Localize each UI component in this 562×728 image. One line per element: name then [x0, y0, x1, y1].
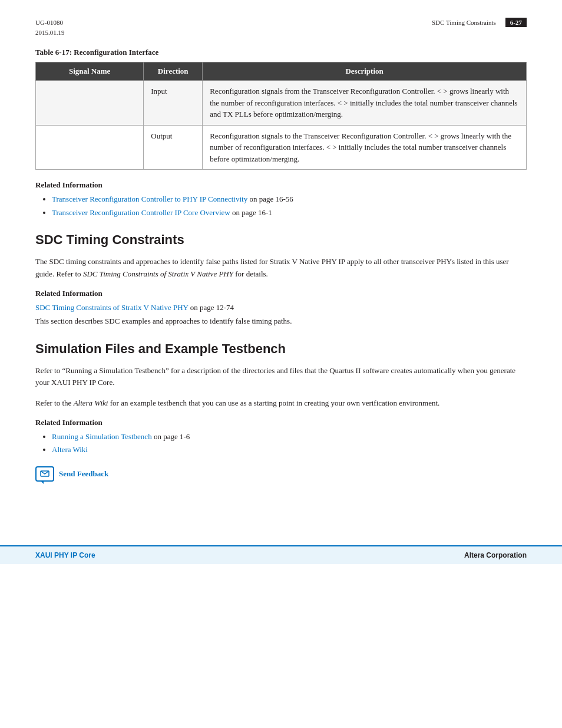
sim-para2-prefix: Refer to the — [35, 398, 71, 407]
link-suffix-2: on page 16-1 — [230, 208, 272, 217]
sdc-link-suffix: on page 12-74 — [188, 303, 234, 312]
table-row: Input Reconfiguration signals from the T… — [36, 81, 527, 126]
sim-link-suffix-1: on page 1-6 — [152, 432, 190, 441]
cell-desc-1: Reconfiguration signals from the Transce… — [203, 81, 527, 126]
chapter-label: SDC Timing Constraints — [432, 19, 496, 26]
sdc-heading: SDC Timing Constraints — [35, 232, 527, 248]
footer-left: XAUI PHY IP Core — [35, 551, 95, 559]
sim-related-title: Related Information — [35, 418, 527, 427]
cell-direction-2: Output — [144, 125, 203, 170]
sdc-description: This section describes SDC examples and … — [35, 315, 527, 327]
link-running-simulation[interactable]: Running a Simulation Testbench — [52, 432, 152, 441]
simulation-heading: Simulation Files and Example Testbench — [35, 341, 527, 357]
related-link-item: Running a Simulation Testbench on page 1… — [52, 431, 527, 443]
page-footer: XAUI PHY IP Core Altera Corporation — [0, 545, 562, 564]
link-altera-wiki[interactable]: Altera Wiki — [52, 445, 88, 454]
sdc-related-info: Related Information SDC Timing Constrain… — [35, 289, 527, 327]
sdc-body: The SDC timing constraints and approache… — [35, 256, 527, 281]
send-feedback-link[interactable]: Send Feedback — [59, 469, 108, 479]
doc-id: UG-01080 — [35, 18, 65, 28]
cell-desc-2: Reconfiguration signals to the Transceiv… — [203, 125, 527, 170]
simulation-para1: Refer to “Running a Simulation Testbench… — [35, 365, 527, 390]
table-row: Output Reconfiguration signals to the Tr… — [36, 125, 527, 170]
feedback-icon — [35, 466, 54, 482]
related-info-1: Related Information Transceiver Reconfig… — [35, 180, 527, 218]
sim-para2-italic: Altera Wiki — [74, 398, 108, 407]
page-number: 6-27 — [505, 18, 527, 27]
reconfiguration-interface-table: Signal Name Direction Description Input … — [35, 62, 527, 170]
related-info-1-title: Related Information — [35, 180, 527, 190]
send-feedback-area: Send Feedback — [35, 466, 527, 517]
section-sdc: SDC Timing Constraints The SDC timing co… — [35, 232, 527, 327]
simulation-para2: Refer to the Altera Wiki for an example … — [35, 397, 527, 410]
related-link-item: Altera Wiki — [52, 444, 527, 456]
related-link-item: Transceiver Reconfiguration Controller I… — [52, 207, 527, 219]
related-link-item: Transceiver Reconfiguration Controller t… — [52, 193, 527, 205]
sdc-related-title: Related Information — [35, 289, 527, 298]
col-description: Description — [203, 62, 527, 81]
link-transceiver-ip-core-overview[interactable]: Transceiver Reconfiguration Controller I… — [52, 208, 230, 217]
header-doc-info: UG-01080 2015.01.19 — [35, 18, 65, 37]
simulation-related-info: Related Information Running a Simulation… — [35, 418, 527, 456]
link-transceiver-phy-connectivity[interactable]: Transceiver Reconfiguration Controller t… — [52, 195, 247, 203]
cell-signal-1 — [36, 81, 144, 126]
link-sdc-native-phy[interactable]: SDC Timing Constraints of Stratix V Nati… — [35, 303, 188, 312]
section-simulation: Simulation Files and Example Testbench R… — [35, 341, 527, 456]
footer-right: Altera Corporation — [464, 551, 527, 559]
table-title: Table 6-17: Reconfiguration Interface — [35, 48, 527, 57]
link-suffix-1: on page 16-56 — [247, 195, 293, 203]
cell-signal-2 — [36, 125, 144, 170]
doc-date: 2015.01.19 — [35, 28, 65, 38]
sdc-related-link-para: SDC Timing Constraints of Stratix V Nati… — [35, 302, 527, 314]
sim-para2-suffix: for an example testbench that you can us… — [110, 398, 440, 407]
col-direction: Direction — [144, 62, 203, 81]
page-header: UG-01080 2015.01.19 SDC Timing Constrain… — [35, 18, 527, 37]
col-signal-name: Signal Name — [36, 62, 144, 81]
sdc-body-italic: SDC Timing Constraints of Stratix V Nati… — [83, 269, 233, 278]
cell-direction-1: Input — [144, 81, 203, 126]
header-right: SDC Timing Constraints 6-27 — [432, 18, 527, 27]
